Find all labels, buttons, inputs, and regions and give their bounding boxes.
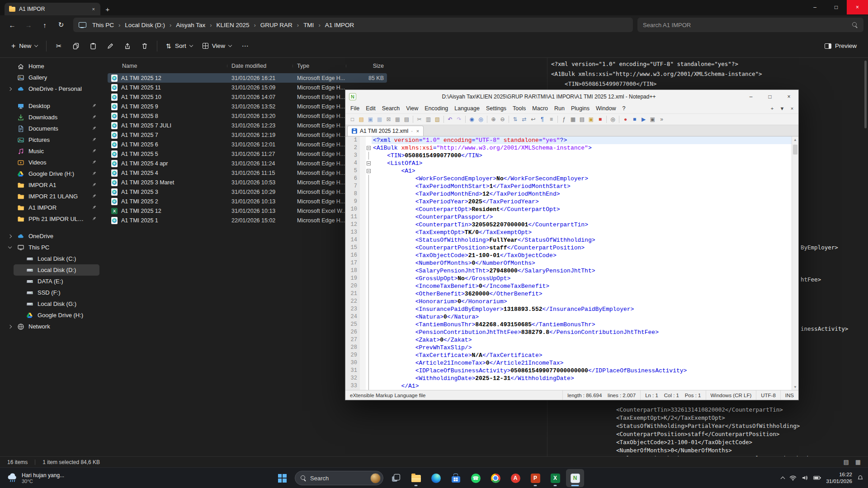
bookmark-margin[interactable] <box>360 313 366 321</box>
taskbar-app-app-a[interactable] <box>506 469 524 487</box>
fold-margin[interactable] <box>366 144 372 152</box>
fold-margin[interactable] <box>366 305 372 313</box>
save-macro-icon[interactable]: ▣ <box>648 115 657 124</box>
sidebar-item-impor-a1[interactable]: IMPOR A1 <box>5 179 99 191</box>
menu-settings[interactable]: Settings <box>483 104 509 113</box>
taskbar-app-whatsapp[interactable] <box>467 469 485 487</box>
tab-close-icon[interactable]: × <box>91 6 96 12</box>
sidebar-item-pph-21-impor-ulang[interactable]: PPh 21 IMPOR ULANG <box>5 213 99 225</box>
sync-horizontal-scroll-icon[interactable]: ⇄ <box>520 115 528 124</box>
replace-icon[interactable]: ◎ <box>476 115 485 124</box>
editor-line-9[interactable]: 9 <TaxPeriodYear>2025</TaxPeriodYear> <box>345 198 798 206</box>
bookmark-margin[interactable] <box>360 328 366 336</box>
zoom-out-icon[interactable]: ⊖ <box>498 115 507 124</box>
maximize-button[interactable]: □ <box>826 0 847 14</box>
fold-margin[interactable] <box>366 160 372 167</box>
bookmark-margin[interactable] <box>360 183 366 190</box>
clock[interactable]: 16:22 31/01/2026 <box>826 471 852 485</box>
bookmark-margin[interactable] <box>360 167 366 175</box>
editor-scrollbar[interactable]: ▲ ▼ <box>792 136 798 390</box>
fold-margin[interactable] <box>366 375 372 382</box>
document-tab[interactable]: A1 TMI 2025 12.xml ◦ × <box>347 126 424 136</box>
stop-recording-icon[interactable]: ■ <box>630 115 639 124</box>
fold-margin[interactable] <box>366 259 372 267</box>
scrollbar-thumb[interactable] <box>864 61 867 128</box>
bookmark-margin[interactable] <box>360 290 366 298</box>
volume-icon[interactable] <box>802 475 808 481</box>
bookmark-margin[interactable] <box>360 267 366 275</box>
close-tab-icon[interactable]: × <box>416 128 419 134</box>
breadcrumb-item-local-disk-d[interactable]: Local Disk (D:) <box>122 20 168 30</box>
fold-margin[interactable] <box>366 267 372 275</box>
menu-view[interactable]: View <box>403 104 421 113</box>
open-file-icon[interactable]: ▤ <box>357 115 366 124</box>
indent-guide-icon[interactable]: ≡ <box>547 115 556 124</box>
editor-line-26[interactable]: 26 <PensionContributionJhtThtFee>838279.… <box>345 328 798 336</box>
sidebar-item-pictures[interactable]: Pictures <box>5 134 99 145</box>
fold-margin[interactable] <box>366 236 372 244</box>
save-all-icon[interactable]: ▦ <box>375 115 384 124</box>
editor-line-13[interactable]: 13 <TaxExemptOpt>TK/0</TaxExemptOpt> <box>345 229 798 236</box>
sidebar-item-onedrive-personal[interactable]: OneDrive - Personal <box>5 83 99 94</box>
editor-line-30[interactable]: 30 <Article21IncomeTax>0</Article21Incom… <box>345 359 798 367</box>
search-input[interactable]: Search A1 IMPOR <box>637 18 863 32</box>
rename-button[interactable] <box>102 38 119 54</box>
scroll-up-icon[interactable]: ▲ <box>792 136 798 143</box>
taskbar-app-edge[interactable] <box>427 469 445 487</box>
taskbar-app-task-view[interactable] <box>387 469 405 487</box>
document-map-icon[interactable]: ▦ <box>569 115 577 124</box>
breadcrumb-item-this-pc[interactable]: This PC <box>89 20 117 30</box>
explorer-tab[interactable]: A1 IMPOR × <box>5 3 100 15</box>
editor-line-27[interactable]: 27 <Zakat>0</Zakat> <box>345 336 798 344</box>
taskbar-app-chrome[interactable] <box>486 469 505 487</box>
minimize-button[interactable]: – <box>804 0 826 14</box>
word-wrap-icon[interactable]: ↩ <box>529 115 538 124</box>
folder-as-workspace-icon[interactable]: ▣ <box>587 115 595 124</box>
bookmark-margin[interactable] <box>360 336 366 344</box>
sidebar-item-this-pc[interactable]: This PC <box>5 242 99 253</box>
fold-margin[interactable] <box>366 229 372 236</box>
encoding[interactable]: UTF-8 <box>756 390 780 400</box>
taskbar-app-notepad-plus-plus[interactable] <box>566 469 584 487</box>
sidebar-item-documents[interactable]: Documents <box>5 123 99 134</box>
bookmark-margin[interactable] <box>360 367 366 375</box>
sort-button[interactable]: ⇅ Sort <box>161 39 198 53</box>
fold-collapse-icon[interactable] <box>367 169 371 173</box>
hidden-icons-chevron[interactable] <box>781 476 785 481</box>
fold-margin[interactable] <box>366 382 372 390</box>
column-header-type[interactable]: Type <box>292 63 346 69</box>
more-options-button[interactable]: ⋯ <box>236 38 254 54</box>
editor-line-7[interactable]: 7 <TaxPeriodMonthStart>1</TaxPeriodMonth… <box>345 183 798 190</box>
bookmark-margin[interactable] <box>360 259 366 267</box>
fold-margin[interactable] <box>366 344 372 352</box>
fold-margin[interactable] <box>366 198 372 206</box>
redo-icon[interactable]: ↷ <box>455 115 463 124</box>
editor-line-10[interactable]: 10 <CounterpartOpt>Resident</Counterpart… <box>345 206 798 213</box>
editor-line-3[interactable]: 3 <TIN>0508615499077000</TIN> <box>345 152 798 160</box>
minimize-button[interactable]: – <box>741 90 760 103</box>
fold-margin[interactable] <box>366 328 372 336</box>
bookmark-margin[interactable] <box>360 344 366 352</box>
bookmark-margin[interactable] <box>360 382 366 390</box>
menu-edit[interactable]: Edit <box>363 104 379 113</box>
forward-button[interactable]: → <box>21 18 36 32</box>
preview-scrollbar[interactable] <box>863 59 868 455</box>
battery-icon[interactable] <box>813 475 821 480</box>
editor-line-21[interactable]: 21 <OtherBenefit>3620000</OtherBenefit> <box>345 290 798 298</box>
back-button[interactable]: ← <box>5 18 20 32</box>
taskbar-app-file-explorer[interactable] <box>407 469 425 487</box>
sidebar-item-videos[interactable]: Videos <box>5 157 99 168</box>
bookmark-margin[interactable] <box>360 352 366 359</box>
notepad-titlebar[interactable]: N D:\Aisyah Tax\KLIEN 2025\GRUP RAR\TMI\… <box>345 90 798 103</box>
bookmark-margin[interactable] <box>360 160 366 167</box>
fold-collapse-icon[interactable] <box>367 161 371 165</box>
menu-window[interactable]: Window <box>593 104 619 113</box>
taskbar-app-microsoft-store[interactable] <box>447 469 465 487</box>
notification-bell-icon[interactable] <box>857 475 863 481</box>
wifi-icon[interactable] <box>789 475 797 481</box>
export-pdf-icon[interactable]: ■ <box>596 115 604 124</box>
bookmark-margin[interactable] <box>360 221 366 229</box>
start-recording-icon[interactable]: ● <box>621 115 630 124</box>
sidebar-item-gallery[interactable]: Gallery <box>5 72 99 83</box>
file-row-a1-tmi-2025-12-0[interactable]: A1 TMI 2025 1231/01/2026 16:21Microsoft … <box>108 73 387 83</box>
